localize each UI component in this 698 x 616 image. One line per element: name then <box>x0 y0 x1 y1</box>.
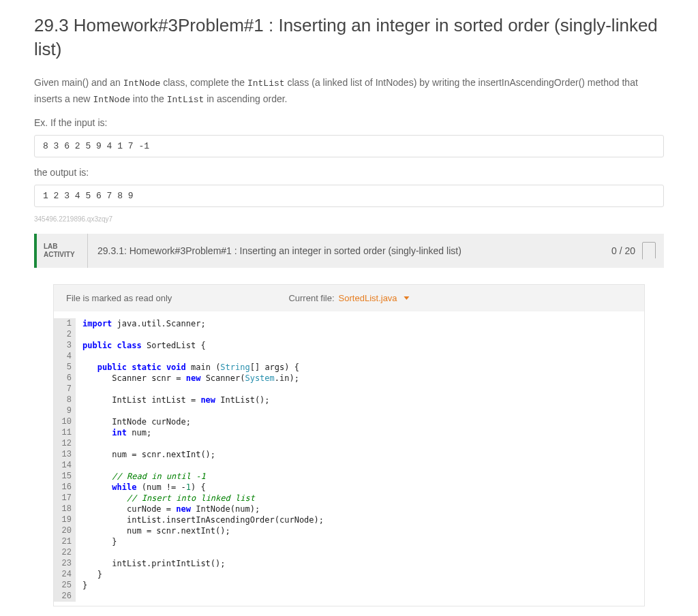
code-panel-header: File is marked as read only Current file… <box>54 285 644 311</box>
code-intnode: IntNode <box>93 95 130 105</box>
page-title: 29.3 Homework#3Problem#1 : Inserting an … <box>34 14 664 61</box>
activity-label-bottom: ACTIVITY <box>44 251 80 259</box>
example-input-box: 8 3 6 2 5 9 4 1 7 -1 <box>34 135 664 157</box>
desc-text: into the <box>130 93 167 104</box>
code-intlist: IntList <box>167 95 204 105</box>
activity-bar: LAB ACTIVITY 29.3.1: Homework#3Problem#1… <box>34 234 664 268</box>
current-file-selector[interactable]: Current file: SortedList.java <box>288 293 409 303</box>
readonly-label: File is marked as read only <box>66 293 172 303</box>
chevron-down-icon <box>404 296 410 300</box>
filename: SortedList.java <box>339 293 397 303</box>
activity-title: 29.3.1: Homework#3Problem#1 : Inserting … <box>88 234 603 268</box>
code-area: 1234567891011121314151617181920212223242… <box>54 311 644 606</box>
output-label: the output is: <box>34 167 664 178</box>
watermark-text: 345496.2219896.qx3zqy7 <box>34 215 664 223</box>
code-intnode: IntNode <box>123 78 161 89</box>
activity-label: LAB ACTIVITY <box>37 234 88 268</box>
desc-text: Given main() and an <box>34 77 123 88</box>
current-file-label-text: Current file: <box>288 293 334 303</box>
desc-text: class, complete the <box>160 77 247 88</box>
example-output-box: 1 2 3 4 5 6 7 8 9 <box>34 185 664 207</box>
score-text: 0 / 20 <box>611 245 635 256</box>
code-panel: File is marked as read only Current file… <box>53 284 645 607</box>
activity-score: 0 / 20 <box>603 234 664 268</box>
code-content: import java.util.Scanner; public class S… <box>76 318 324 602</box>
bookmark-icon[interactable] <box>642 242 656 260</box>
code-intlist: IntList <box>247 78 285 89</box>
line-number-gutter: 1234567891011121314151617181920212223242… <box>54 318 76 602</box>
input-label: Ex. If the input is: <box>34 117 664 128</box>
lab-label: LAB <box>44 243 80 251</box>
problem-description: Given main() and an IntNode class, compl… <box>34 75 664 108</box>
desc-text: in ascending order. <box>204 93 287 104</box>
